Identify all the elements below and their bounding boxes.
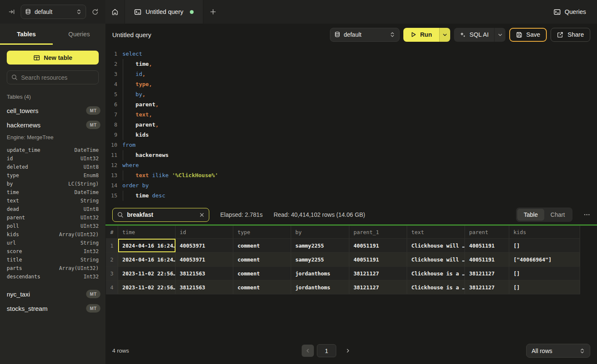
toggle-chart[interactable]: Chart bbox=[544, 209, 571, 221]
table-cell[interactable]: sammy2255 bbox=[291, 239, 349, 252]
column-header-id[interactable]: id bbox=[176, 226, 233, 238]
sql-editor[interactable]: 1select2 time,3 id,4 type,5 by,6 parent,… bbox=[105, 46, 597, 205]
previous-page-button[interactable] bbox=[302, 345, 314, 357]
run-button[interactable]: Run bbox=[403, 28, 439, 42]
results-toolbar: Elapsed: 2.781s Read: 40,414,102 rows (1… bbox=[105, 205, 597, 224]
table-cell[interactable]: 40051191 bbox=[349, 239, 407, 252]
table-cell[interactable]: 40051191 bbox=[465, 239, 509, 252]
table-cell[interactable]: comment bbox=[233, 253, 291, 266]
sql-ai-options-button[interactable] bbox=[494, 28, 505, 42]
code-line-15[interactable]: 15 time desc bbox=[105, 191, 597, 201]
sidebar-collapse-button[interactable] bbox=[8, 8, 15, 15]
column-header-by[interactable]: by bbox=[291, 226, 349, 238]
table-cell[interactable]: Clickhouse will … bbox=[407, 239, 465, 252]
code-line-11[interactable]: 11 hackernews bbox=[105, 150, 597, 160]
column-header-row-num[interactable]: # bbox=[106, 226, 118, 238]
column-name: poll bbox=[7, 223, 19, 229]
resource-search-input[interactable] bbox=[21, 74, 94, 81]
code-line-5[interactable]: 5 by, bbox=[105, 89, 597, 100]
next-page-button[interactable] bbox=[343, 345, 354, 357]
query-database-value: default bbox=[344, 31, 362, 38]
table-cell[interactable]: ["40066964"] bbox=[509, 253, 580, 266]
column-name: descendants bbox=[7, 274, 40, 280]
table-cell[interactable]: 38121127 bbox=[349, 267, 407, 280]
table-cell[interactable]: comment bbox=[233, 239, 291, 252]
sidebar-tab-tables[interactable]: Tables bbox=[0, 24, 53, 45]
save-button[interactable]: Save bbox=[509, 28, 547, 42]
column-row: titleString bbox=[0, 256, 105, 264]
table-cell[interactable]: 2024-04-16 16:24… bbox=[118, 239, 176, 252]
refresh-button[interactable] bbox=[92, 8, 99, 16]
run-options-button[interactable] bbox=[439, 28, 450, 42]
column-type: LC(String) bbox=[68, 181, 99, 187]
table-cell[interactable]: 40053971 bbox=[176, 239, 233, 252]
table-cell[interactable]: 38121563 bbox=[176, 280, 233, 294]
code-line-3[interactable]: 3 id, bbox=[105, 69, 597, 79]
topbar-database-select[interactable]: default bbox=[21, 5, 86, 19]
new-table-button[interactable]: New table bbox=[7, 51, 99, 65]
page-number-input[interactable] bbox=[317, 344, 336, 357]
terminal-icon bbox=[134, 8, 141, 16]
table-cell[interactable]: 40053971 bbox=[176, 253, 233, 266]
column-header-time[interactable]: time bbox=[118, 226, 176, 238]
column-header-parent[interactable]: parent bbox=[465, 226, 509, 238]
column-header-text[interactable]: text bbox=[407, 226, 465, 238]
code-line-1[interactable]: 1select bbox=[105, 49, 597, 59]
column-header-type[interactable]: type bbox=[233, 226, 291, 238]
sql-ai-button[interactable]: SQL AI bbox=[454, 28, 494, 42]
table-cell[interactable]: Clickhouse is a … bbox=[407, 267, 465, 280]
column-row: urlString bbox=[0, 239, 105, 247]
new-tab-button[interactable] bbox=[203, 0, 223, 24]
sidebar-table-hackernews[interactable]: hackernewsMT bbox=[0, 118, 105, 132]
table-cell[interactable]: 40051191 bbox=[465, 253, 509, 266]
code-content: order by bbox=[117, 181, 149, 191]
toggle-table[interactable]: Table bbox=[517, 209, 544, 221]
code-line-2[interactable]: 2 time, bbox=[105, 59, 597, 69]
table-cell[interactable]: 38121127 bbox=[349, 280, 407, 294]
table-cell[interactable]: [] bbox=[509, 280, 580, 294]
table-cell[interactable]: comment bbox=[233, 280, 291, 294]
table-cell[interactable]: 2023-11-02 22:56… bbox=[118, 267, 176, 280]
table-cell[interactable]: 38121127 bbox=[465, 267, 509, 280]
code-line-13[interactable]: 13 text ilike '%ClickHouse%' bbox=[105, 170, 597, 181]
share-button[interactable]: Share bbox=[551, 28, 590, 42]
table-cell[interactable]: [] bbox=[509, 267, 580, 280]
code-line-6[interactable]: 6 parent, bbox=[105, 100, 597, 110]
table-cell[interactable]: jordanthoms bbox=[291, 280, 349, 294]
column-header-parent_1[interactable]: parent_1 bbox=[349, 226, 407, 238]
code-line-10[interactable]: 10from bbox=[105, 140, 597, 150]
table-cell[interactable]: sammy2255 bbox=[291, 253, 349, 266]
table-cell[interactable]: 2023-11-02 22:56… bbox=[118, 280, 176, 294]
code-line-12[interactable]: 12where bbox=[105, 160, 597, 170]
code-line-8[interactable]: 8 parent, bbox=[105, 120, 597, 130]
column-header-kids[interactable]: kids bbox=[509, 226, 580, 238]
table-cell[interactable]: jordanthoms bbox=[291, 267, 349, 280]
query-database-select[interactable]: default bbox=[330, 28, 400, 42]
sidebar-table-nyc_taxi[interactable]: nyc_taxiMT bbox=[0, 287, 105, 301]
tab-untitled-query[interactable]: Untitled query bbox=[125, 0, 203, 24]
table-cell[interactable]: 38121563 bbox=[176, 267, 233, 280]
clear-search-button[interactable] bbox=[200, 213, 204, 217]
sidebar-tab-queries[interactable]: Queries bbox=[53, 24, 105, 45]
results-more-button[interactable] bbox=[583, 211, 590, 218]
results-search-input[interactable] bbox=[127, 211, 196, 218]
code-line-7[interactable]: 7 text, bbox=[105, 110, 597, 120]
page-size-select[interactable]: All rows bbox=[526, 344, 590, 358]
line-number: 5 bbox=[105, 89, 117, 100]
table-cell[interactable]: comment bbox=[233, 267, 291, 280]
table-cell[interactable]: [] bbox=[509, 239, 580, 252]
code-content: time, bbox=[117, 59, 152, 69]
table-cell[interactable]: 38121127 bbox=[465, 280, 509, 294]
table-cell[interactable]: 40051191 bbox=[349, 253, 407, 266]
table-cell[interactable]: Clickhouse will … bbox=[407, 253, 465, 266]
sidebar-table-cell_towers[interactable]: cell_towersMT bbox=[0, 103, 105, 118]
queries-button[interactable]: Queries bbox=[554, 8, 586, 16]
code-line-4[interactable]: 4 type, bbox=[105, 79, 597, 89]
sidebar-table-stocks_stream[interactable]: stocks_streamMT bbox=[0, 301, 105, 315]
table-cell[interactable]: 2024-04-16 16:24… bbox=[118, 253, 176, 266]
engine-badge: MT bbox=[86, 106, 100, 115]
code-line-9[interactable]: 9 kids bbox=[105, 130, 597, 140]
code-line-14[interactable]: 14order by bbox=[105, 181, 597, 191]
table-cell[interactable]: Clickhouse is a … bbox=[407, 280, 465, 294]
tab-home[interactable] bbox=[105, 0, 125, 24]
